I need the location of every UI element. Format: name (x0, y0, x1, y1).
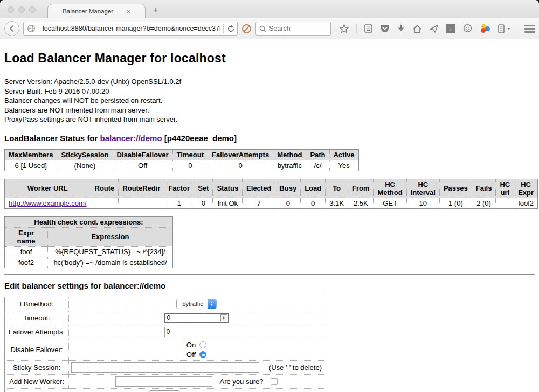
toolbar-divider (356, 24, 357, 33)
colors-extension-icon[interactable] (480, 23, 490, 34)
sticky-session-hint: (Use '-' to delete) (259, 363, 322, 372)
status-heading-suffix: [p4420eeae_demo] (162, 134, 237, 143)
are-you-sure-label: Are you sure? (220, 377, 264, 386)
col-expression: Expression (48, 227, 173, 246)
sticky-session-input[interactable] (71, 362, 259, 373)
toolbar-icons: ↓ (339, 23, 539, 34)
cell-load: 0 (301, 198, 326, 208)
cell-route (91, 198, 119, 208)
bookmark-star-icon[interactable] (339, 24, 349, 34)
lbmethod-select[interactable]: bytraffic ▲▼ (176, 299, 216, 309)
health-table-title: Health check cond. expressions: (5, 216, 173, 227)
col-load: Load (301, 179, 326, 198)
add-worker-label: Add New Worker: (5, 374, 69, 388)
browser-window: Balancer Manager × + localhost:8880/bala… (0, 0, 539, 392)
pocket-icon[interactable] (380, 24, 390, 33)
site-identity-globe-icon[interactable] (27, 24, 36, 33)
select-stepper-icon: ▲▼ (208, 299, 216, 309)
search-box[interactable] (255, 22, 331, 36)
lbmethod-label: LBmethod: (5, 297, 69, 311)
table-header-row: Expr name Expression (5, 227, 173, 246)
worker-url-link[interactable]: http://www.example.com/ (9, 199, 87, 207)
cell-hc-method: GET (374, 198, 406, 208)
reading-list-icon[interactable] (364, 24, 373, 33)
timeout-label: Timeout: (5, 311, 69, 325)
col-fails: Fails (472, 179, 496, 198)
cell-status: Init Ok (213, 198, 243, 208)
cell-timeout: 0 (172, 160, 208, 171)
new-tab-button[interactable]: + (153, 5, 158, 16)
navigation-toolbar: localhost:8880/balancer-manager?b=demo&n… (0, 18, 539, 39)
timeout-input[interactable]: 0 ▲▼ (164, 313, 229, 323)
col-set: Set (194, 179, 213, 198)
timeout-value: 0 (165, 314, 220, 321)
tab-close-icon[interactable]: × (126, 8, 130, 16)
cell-failoverattempts: 0 (208, 160, 273, 171)
balancer-demo-link[interactable]: balancer://demo (100, 134, 162, 143)
col-hc-method: HC Method (374, 179, 406, 198)
table-row: http://www.example.com/ 1 0 Init Ok 7 0 … (5, 198, 538, 208)
col-from: From (348, 179, 374, 198)
minimize-window-button[interactable] (18, 6, 25, 13)
col-path: Path (306, 149, 329, 160)
cell-expression: hc('body') =~ /domain is established/ (48, 257, 173, 268)
battery-icon[interactable] (497, 24, 505, 34)
tab-balancer-manager[interactable]: Balancer Manager × (47, 4, 146, 18)
search-input[interactable] (269, 25, 323, 32)
search-icon (259, 25, 266, 32)
cell-passes: 1 (0) (439, 198, 472, 208)
status-heading: LoadBalancer Status for balancer://demo … (4, 134, 535, 143)
tab-strip: Balancer Manager × + (0, 0, 539, 18)
feedback-smiley-icon[interactable] (462, 24, 473, 33)
url-text[interactable]: localhost:8880/balancer-manager?b=demo&n… (43, 25, 220, 32)
failover-attempts-input[interactable] (164, 327, 229, 337)
col-active: Active (329, 149, 358, 160)
inherit-note-line: Balancers are NOT inherited from main se… (4, 106, 535, 115)
block-icon[interactable] (241, 24, 252, 34)
radio-off[interactable] (199, 351, 206, 358)
download-icon[interactable] (397, 24, 405, 33)
add-worker-input[interactable] (115, 376, 212, 387)
cell-expr-name: foof (5, 246, 48, 257)
form-row-failover-attempts: Failover Attempts: (5, 325, 324, 339)
submit-button[interactable]: Submit (149, 390, 180, 392)
radio-on[interactable] (199, 341, 206, 348)
server-built-line: Server Built: Feb 9 2016 07:00:20 (4, 87, 535, 96)
cell-expression: %{REQUEST_STATUS} =~ /^[234]/ (48, 246, 173, 257)
proxypass-note-line: ProxyPass settings are NOT inherited fro… (4, 115, 535, 124)
cell-disablefailover: Off (113, 160, 172, 171)
url-bar[interactable]: localhost:8880/balancer-manager?b=demo&n… (23, 22, 238, 36)
battery-caret-icon[interactable]: ▾ (508, 26, 510, 31)
form-row-disable-failover: Disable Failover: On Off (5, 339, 324, 360)
back-button[interactable] (4, 21, 19, 36)
send-tab-icon[interactable] (429, 24, 439, 33)
server-info: Server Version: Apache/2.5.0-dev (Unix) … (4, 77, 535, 124)
cell-to: 3.1K (326, 198, 348, 208)
col-worker-url: Worker URL (5, 179, 91, 198)
col-maxmembers: MaxMembers (5, 149, 57, 160)
failover-attempts-label: Failover Attempts: (5, 325, 69, 339)
col-factor: Factor (164, 179, 194, 198)
are-you-sure-checkbox[interactable] (271, 378, 278, 385)
reload-icon[interactable] (227, 25, 235, 33)
home-icon[interactable] (412, 24, 422, 33)
traffic-lights (8, 6, 36, 13)
table-row: foof %{REQUEST_STATUS} =~ /^[234]/ (5, 246, 173, 257)
urlbar-divider (39, 24, 39, 33)
edit-settings-heading: Edit balancer settings for balancer://de… (4, 281, 535, 290)
downloads-panel-icon[interactable]: ↓ (446, 24, 455, 33)
col-route: Route (91, 179, 119, 198)
cell-expr-name: foof2 (5, 257, 48, 268)
toolbar-divider (517, 24, 517, 33)
cell-path: /c/ (306, 160, 329, 171)
health-check-table: Health check cond. expressions: Expr nam… (4, 216, 173, 268)
cell-fails: 2 (0) (472, 198, 496, 208)
menu-hamburger-icon[interactable] (524, 25, 535, 33)
close-window-button[interactable] (8, 6, 14, 13)
radio-off-label: Off (186, 351, 196, 359)
number-spinner-icon[interactable]: ▲▼ (220, 314, 227, 321)
cell-method: bytraffic (273, 160, 306, 171)
cell-busy: 0 (275, 198, 301, 208)
persist-note-line: Balancer changes will NOT be persisted o… (4, 96, 535, 106)
zoom-window-button[interactable] (29, 6, 36, 13)
